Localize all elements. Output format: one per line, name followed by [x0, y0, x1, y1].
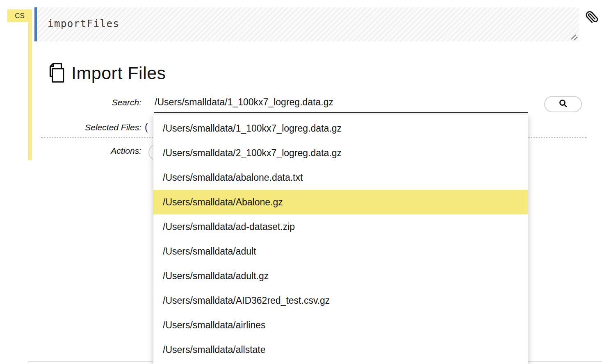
- code-text[interactable]: importFiles: [48, 18, 119, 30]
- cell-execution-bar: [28, 9, 32, 160]
- dropdown-item[interactable]: /Users/smalldata/allstate: [153, 337, 528, 362]
- page-heading: Import Files: [46, 62, 166, 84]
- files-icon: [46, 62, 66, 84]
- dropdown-item[interactable]: /Users/smalldata/abalone.data.txt: [153, 165, 528, 190]
- dropdown-item[interactable]: /Users/smalldata/1_100kx7_logreg.data.gz: [153, 116, 528, 141]
- resize-handle-icon[interactable]: [570, 34, 578, 41]
- search-input[interactable]: [154, 95, 528, 113]
- selected-files-label: Selected Files:: [0, 123, 141, 132]
- dropdown-item[interactable]: /Users/smalldata/airlines: [153, 313, 528, 337]
- cell-type-badge: CS: [7, 9, 32, 22]
- dropdown-item[interactable]: /Users/smalldata/2_100kx7_logreg.data.gz: [153, 141, 528, 165]
- code-editor[interactable]: importFiles: [34, 7, 579, 41]
- actions-label: Actions:: [0, 146, 141, 156]
- dropdown-item[interactable]: /Users/smalldata/AID362red_test.csv.gz: [153, 288, 528, 313]
- search-label: Search:: [0, 98, 141, 107]
- file-suggestions-dropdown: /Users/smalldata/1_100kx7_logreg.data.gz…: [153, 114, 528, 364]
- dropdown-list: /Users/smalldata/1_100kx7_logreg.data.gz…: [153, 116, 528, 362]
- dropdown-item[interactable]: /Users/smalldata/adult: [153, 239, 528, 264]
- flow-notebook: CS importFiles Import Files Search: Sele…: [0, 0, 602, 364]
- search-button[interactable]: [544, 96, 582, 112]
- dropdown-item[interactable]: /Users/smalldata/Abalone.gz: [153, 190, 528, 214]
- dropdown-item[interactable]: /Users/smalldata/adult.gz: [153, 264, 528, 288]
- dropdown-item[interactable]: /Users/smalldata/ad-dataset.zip: [153, 214, 528, 239]
- selected-files-value: (: [145, 122, 148, 133]
- page-title: Import Files: [71, 63, 166, 83]
- search-icon: [558, 98, 568, 110]
- paperclip-icon[interactable]: [585, 11, 598, 25]
